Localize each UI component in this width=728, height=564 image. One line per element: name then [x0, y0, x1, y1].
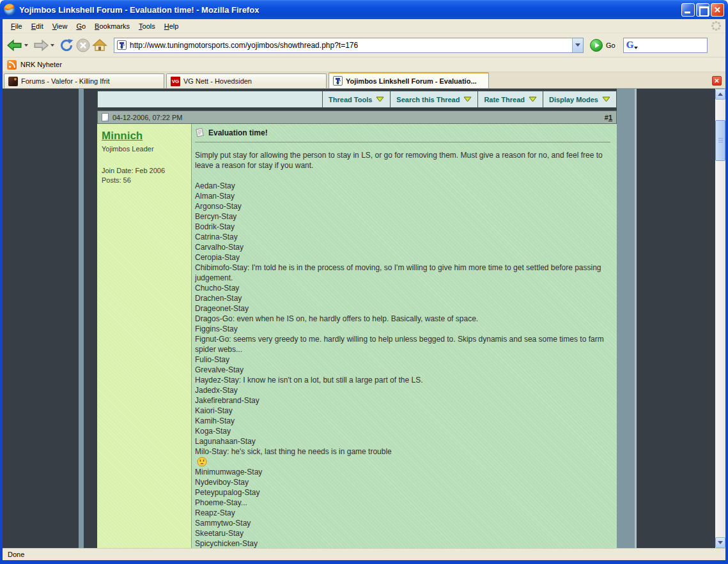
maximize-button[interactable]	[696, 3, 709, 17]
post-number-link[interactable]: #1	[605, 114, 612, 121]
menu-view[interactable]: View	[48, 20, 72, 32]
go-label: Go	[606, 42, 616, 49]
dropdown-triangle-icon	[463, 96, 472, 102]
author-panel: Minnich Yojimbos Leader Join Date: Feb 2…	[97, 124, 192, 548]
url-bar[interactable]: http://www.tuningmotorsports.com/yojimbo…	[114, 38, 584, 53]
back-button[interactable]	[6, 37, 31, 54]
post-line: Fulio-Stay	[195, 354, 612, 365]
thread-toolbar-thread-tools[interactable]: Thread Tools	[322, 91, 390, 107]
post-body-lines: Aedan-StayAlman-StayArgonso-StayBercyn-S…	[195, 181, 612, 548]
post-title-divider	[195, 142, 610, 142]
post-line: Koga-Stay	[195, 426, 612, 436]
tab-forums-valefor[interactable]: Forums - Valefor - Killing Ifrit	[4, 73, 164, 88]
stop-button	[75, 38, 91, 53]
reload-button[interactable]	[59, 38, 74, 53]
tm-favicon-icon	[333, 76, 343, 86]
post-line: Bercyn-Stay	[195, 211, 612, 222]
title-bar[interactable]: Yojimbos Linkshell Forum - Evaluation ti…	[0, 0, 728, 19]
post-line: Alman-Stay	[195, 191, 612, 201]
post-line: Lagunahaan-Stay	[195, 436, 612, 446]
menu-bar: FileEditViewGoBookmarksToolsHelp	[3, 19, 725, 33]
window-title: Yojimbos Linkshell Forum - Evaluation ti…	[19, 5, 681, 15]
tab-vg-nett[interactable]: VG VG Nett - Hovedsiden	[166, 73, 327, 88]
forward-dropdown-icon[interactable]	[50, 44, 54, 47]
bookmark-nrk-nyheter[interactable]: NRK Nyheter	[20, 61, 62, 68]
throbber-icon	[711, 20, 722, 31]
tab-label: Forums - Valefor - Killing Ifrit	[21, 77, 110, 85]
thread-toolbar: Thread ToolsSearch this ThreadRate Threa…	[97, 91, 617, 108]
page-viewport: Thread ToolsSearch this ThreadRate Threa…	[3, 89, 725, 548]
status-bar: Done	[3, 548, 725, 560]
menu-file[interactable]: File	[6, 20, 27, 32]
close-tab-button[interactable]	[712, 76, 722, 86]
firefox-window: Yojimbos Linkshell Forum - Evaluation ti…	[0, 0, 728, 564]
close-button[interactable]	[711, 3, 724, 17]
thread-toolbar-rate-thread[interactable]: Rate Thread	[477, 91, 543, 107]
dropdown-triangle-icon	[376, 96, 384, 102]
post-line: Sammytwo-Stay	[195, 518, 612, 528]
vg-favicon-icon: VG	[171, 77, 180, 86]
window-border-right	[725, 19, 728, 560]
vertical-scrollbar[interactable]	[715, 89, 725, 548]
post-line: Drageonet-Stay	[195, 303, 612, 314]
menu-edit[interactable]: Edit	[27, 20, 48, 32]
post-row: Minnich Yojimbos Leader Join Date: Feb 2…	[97, 124, 617, 548]
menu-tools[interactable]: Tools	[134, 20, 160, 32]
post-line: Skeetaru-Stay	[195, 528, 612, 538]
search-input[interactable]: G	[623, 38, 708, 53]
go-button[interactable]: Go	[590, 39, 616, 52]
confused-emoticon	[195, 457, 612, 467]
menu-bookmarks[interactable]: Bookmarks	[90, 20, 134, 32]
thread-toolbar-search-this-thread[interactable]: Search this Thread	[390, 91, 477, 107]
scrollbar-thumb[interactable]	[715, 120, 725, 161]
bookmarks-toolbar: NRK Nyheter	[3, 57, 725, 72]
post-line: Dragos-Go: even when he IS on, he hardly…	[195, 314, 612, 324]
status-text: Done	[8, 551, 24, 558]
post-page-icon	[102, 113, 109, 121]
post-line: Milo-Stay: he's sick, last thing he need…	[195, 446, 612, 467]
scroll-down-icon[interactable]	[715, 537, 725, 548]
post-line: Catrina-Stay	[195, 232, 612, 242]
post-line: Chucho-Stay	[195, 283, 612, 293]
thread-toolbar-label: Thread Tools	[329, 96, 372, 103]
url-dropdown-icon[interactable]	[572, 38, 583, 52]
stop-icon	[75, 38, 91, 53]
thread-toolbar-display-modes[interactable]: Display Modes	[543, 91, 616, 107]
tab-bar: Forums - Valefor - Killing Ifrit VG VG N…	[3, 72, 725, 89]
page-right-band-line	[635, 89, 637, 548]
post-date: 04-12-2006, 07:22 PM	[112, 114, 605, 121]
dropdown-triangle-icon	[529, 96, 537, 102]
post-line: Drachen-Stay	[195, 293, 612, 303]
rss-icon	[7, 60, 17, 70]
scroll-up-icon[interactable]	[715, 89, 725, 100]
forward-button[interactable]	[33, 37, 58, 54]
reload-icon	[59, 38, 74, 53]
post-line: Bodrik-Stay	[195, 222, 612, 232]
go-icon	[590, 39, 603, 52]
tab-label: Yojimbos Linkshell Forum - Evaluatio...	[346, 77, 477, 85]
minimize-button[interactable]	[681, 3, 695, 17]
thread-toolbar-label: Rate Thread	[484, 96, 525, 103]
search-engine-dropdown-icon[interactable]	[634, 47, 638, 49]
thread-toolbar-label: Search this Thread	[396, 96, 460, 103]
post-number-value[interactable]: 1	[608, 114, 612, 121]
post-line: Haydez-Stay: I know he isn't on a lot, b…	[195, 375, 612, 385]
url-text[interactable]: http://www.tuningmotorsports.com/yojimbo…	[130, 41, 572, 50]
post-title: Evaluation time!	[208, 128, 268, 137]
author-name-link[interactable]: Minnich	[102, 130, 187, 142]
post-line: Jadedx-Stay	[195, 385, 612, 395]
post-line: Jakefirebrand-Stay	[195, 395, 612, 406]
post-intro: Simply put stay for allowing the person …	[195, 150, 612, 171]
post-line: Ceropia-Stay	[195, 252, 612, 263]
post-line: Figgins-Stay	[195, 324, 612, 334]
post-line: Carvalho-Stay	[195, 242, 612, 252]
home-button[interactable]	[92, 38, 107, 53]
post-line: Argonso-Stay	[195, 201, 612, 211]
author-post-count: Posts: 56	[102, 176, 187, 184]
menu-help[interactable]: Help	[160, 20, 183, 32]
tab-yojimbos-forum[interactable]: Yojimbos Linkshell Forum - Evaluatio...	[329, 72, 489, 88]
back-dropdown-icon[interactable]	[24, 44, 28, 47]
menu-go[interactable]: Go	[72, 20, 90, 32]
page-left-band	[79, 89, 84, 548]
post-line: Reapz-Stay	[195, 508, 612, 518]
